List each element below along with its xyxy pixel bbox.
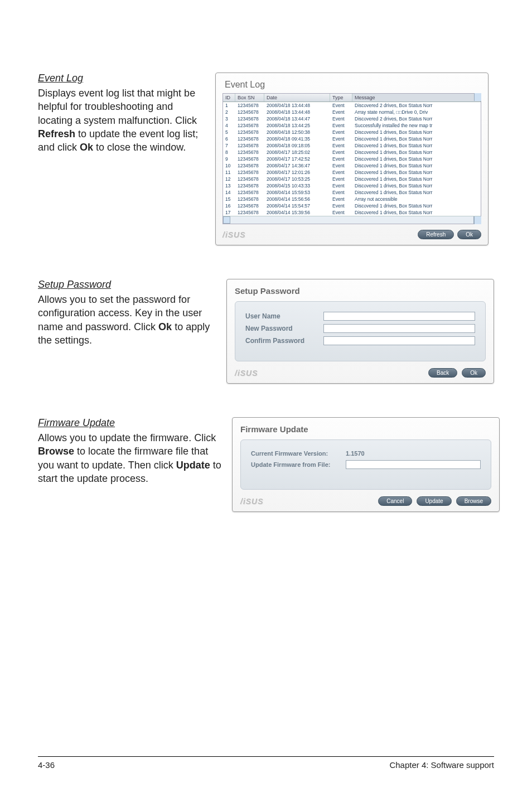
- text: Allows you to update the firmware. Click: [38, 432, 216, 443]
- col-type[interactable]: Type: [330, 94, 352, 102]
- firmware-file-input[interactable]: [346, 460, 481, 469]
- table-row[interactable]: 17123456782008/04/14 15:39:56EventDiscov…: [223, 209, 481, 216]
- text: Displays event log list that might be he…: [38, 88, 197, 126]
- asus-logo: /iSUS: [240, 497, 264, 506]
- refresh-button[interactable]: Refresh: [418, 230, 454, 239]
- cell-message: Successfully installed the new map tr: [352, 122, 481, 129]
- cell-box-sn: 12345678: [235, 149, 264, 156]
- table-row[interactable]: 14123456782008/04/14 15:59:53EventDiscov…: [223, 189, 481, 196]
- table-row[interactable]: 16123456782008/04/14 15:54:57EventDiscov…: [223, 202, 481, 209]
- cell-id: 6: [223, 136, 235, 142]
- cell-box-sn: 12345678: [235, 142, 264, 149]
- cell-id: 7: [223, 142, 235, 149]
- cell-box-sn: 12345678: [235, 169, 264, 176]
- new-password-input[interactable]: [323, 324, 475, 333]
- table-row[interactable]: 1123456782008/04/18 13:44:48EventDiscove…: [223, 102, 481, 109]
- cell-id: 5: [223, 129, 235, 136]
- cell-id: 11: [223, 169, 235, 176]
- col-message[interactable]: Message: [352, 94, 481, 102]
- table-row[interactable]: 8123456782008/04/17 18:25:02EventDiscove…: [223, 149, 481, 156]
- new-password-label: New Password: [245, 325, 323, 332]
- table-row[interactable]: 12123456782008/04/17 10:53:25EventDiscov…: [223, 176, 481, 182]
- event-log-table: ID Box SN Date Type Message 112345678200…: [223, 93, 481, 224]
- table-row[interactable]: 2123456782008/04/18 13:44:48EventArray s…: [223, 109, 481, 115]
- cell-date: 2008/04/14 15:59:53: [264, 189, 330, 196]
- col-date[interactable]: Date: [264, 94, 330, 102]
- cell-type: Event: [330, 156, 352, 162]
- cell-type: Event: [330, 102, 352, 109]
- page-number: 4-36: [38, 760, 55, 770]
- ok-bold: Ok: [80, 142, 93, 153]
- cell-message: Discovered 1 drives, Box Status Norr: [352, 189, 481, 196]
- table-row[interactable]: 3123456782008/04/18 13:44:47EventDiscove…: [223, 115, 481, 122]
- cell-box-sn: 12345678: [235, 129, 264, 136]
- cell-type: Event: [330, 162, 352, 169]
- cell-id: 16: [223, 202, 235, 209]
- cancel-button[interactable]: Cancel: [378, 496, 412, 506]
- cell-id: 3: [223, 115, 235, 122]
- cell-box-sn: 12345678: [235, 182, 264, 189]
- cell-message: Discovered 1 drives, Box Status Norr: [352, 149, 481, 156]
- col-id[interactable]: ID: [223, 94, 235, 102]
- cell-id: 8: [223, 149, 235, 156]
- table-row[interactable]: 6123456782008/04/18 09:41:35EventDiscove…: [223, 136, 481, 142]
- setup-password-body: Allows you to set the password for confi…: [38, 293, 216, 347]
- cell-message: Discovered 1 drives, Box Status Norr: [352, 202, 481, 209]
- table-row[interactable]: 5123456782008/04/18 12:50:38EventDiscove…: [223, 129, 481, 136]
- form-area: Current Firmware Version: 1.1570 Update …: [240, 439, 491, 490]
- cell-date: 2008/04/18 13:44:48: [264, 102, 330, 109]
- cell-id: 2: [223, 109, 235, 115]
- cell-message: Discovered 1 drives, Box Status Norr: [352, 209, 481, 216]
- cell-type: Event: [330, 136, 352, 142]
- firmware-update-body: Allows you to update the firmware. Click…: [38, 431, 222, 485]
- form-area: User Name New Password Confirm Password: [235, 301, 486, 361]
- horizontal-scrollbar[interactable]: [223, 216, 481, 224]
- user-name-input[interactable]: [323, 312, 475, 321]
- table-row[interactable]: 13123456782008/04/15 10:43:33EventDiscov…: [223, 182, 481, 189]
- cell-box-sn: 12345678: [235, 162, 264, 169]
- ok-bold: Ok: [158, 321, 172, 332]
- table-row[interactable]: 4123456782008/04/18 13:44:25EventSuccess…: [223, 122, 481, 129]
- cell-type: Event: [330, 169, 352, 176]
- cell-date: 2008/04/18 09:18:05: [264, 142, 330, 149]
- scroll-up-icon[interactable]: [474, 93, 481, 101]
- ok-button[interactable]: Ok: [462, 368, 486, 378]
- cell-box-sn: 12345678: [235, 136, 264, 142]
- cell-message: Discovered 1 drives, Box Status Norr: [352, 169, 481, 176]
- cell-id: 10: [223, 162, 235, 169]
- browse-button[interactable]: Browse: [456, 496, 491, 506]
- cell-id: 1: [223, 102, 235, 109]
- cell-box-sn: 12345678: [235, 209, 264, 216]
- cell-box-sn: 12345678: [235, 189, 264, 196]
- cell-type: Event: [330, 196, 352, 202]
- event-log-body: Displays event log list that might be he…: [38, 86, 205, 154]
- table-row[interactable]: 11123456782008/04/17 12:01:26EventDiscov…: [223, 169, 481, 176]
- panel-title: Setup Password: [235, 286, 486, 296]
- cell-box-sn: 12345678: [235, 109, 264, 115]
- table-row[interactable]: 10123456782008/04/17 14:36:47EventDiscov…: [223, 162, 481, 169]
- cell-date: 2008/04/17 10:53:25: [264, 176, 330, 182]
- firmware-update-heading: Firmware Update: [38, 417, 222, 429]
- scroll-down-icon[interactable]: [474, 216, 481, 224]
- scroll-left-icon[interactable]: [223, 216, 230, 224]
- user-name-label: User Name: [245, 312, 323, 320]
- cell-type: Event: [330, 122, 352, 129]
- confirm-password-input[interactable]: [323, 336, 475, 345]
- ok-button[interactable]: Ok: [457, 230, 481, 239]
- firmware-update-panel: Firmware Update Current Firmware Version…: [232, 417, 500, 512]
- table-row[interactable]: 15123456782008/04/14 15:56:56EventArray …: [223, 196, 481, 202]
- update-button[interactable]: Update: [417, 496, 451, 506]
- cell-date: 2008/04/14 15:54:57: [264, 202, 330, 209]
- table-row[interactable]: 7123456782008/04/18 09:18:05EventDiscove…: [223, 142, 481, 149]
- update-from-file-label: Update Firmware from File:: [251, 461, 346, 468]
- cell-date: 2008/04/17 12:01:26: [264, 169, 330, 176]
- cell-message: Discovered 2 drives, Box Status Norr: [352, 102, 481, 109]
- col-box-sn[interactable]: Box SN: [235, 94, 264, 102]
- setup-password-heading: Setup Password: [38, 279, 216, 291]
- chapter-title: Chapter 4: Software support: [389, 760, 494, 770]
- cell-message: Discovered 1 drives, Box Status Norr: [352, 136, 481, 142]
- table-row[interactable]: 9123456782008/04/17 17:42:52EventDiscove…: [223, 156, 481, 162]
- back-button[interactable]: Back: [428, 368, 457, 378]
- table-header-row: ID Box SN Date Type Message: [223, 94, 481, 102]
- current-firmware-label: Current Firmware Version:: [251, 450, 346, 457]
